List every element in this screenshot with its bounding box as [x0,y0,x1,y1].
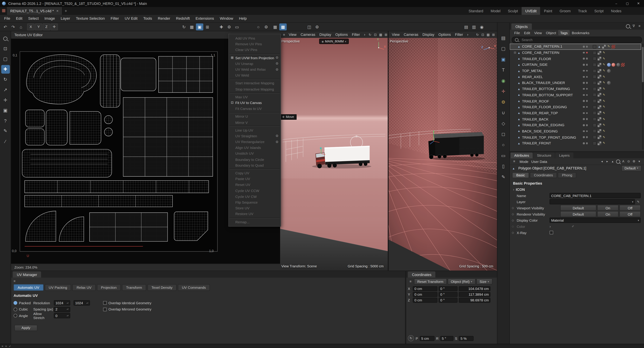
menu-item[interactable]: Reset UV [229,182,280,188]
pen-tag-icon[interactable]: ✎ [602,69,606,73]
uv-wireframe-canvas[interactable] [20,51,218,252]
viewport-menu[interactable]: Options [436,33,453,37]
attr-header-icon-forward[interactable]: ▸ [604,159,610,164]
tool-knife[interactable]: ∕ [1,137,10,145]
viewport-visibility-off-button[interactable]: Off [619,205,641,211]
uv-manager-tab-button[interactable]: UV Packing [44,284,71,291]
editor-visibility-dot[interactable] [583,118,585,120]
menu-item[interactable]: UV Weld and Relax ⚙ [229,67,280,73]
menu-item[interactable]: ⊞ Set UVW from Projection ⚙ [229,55,280,61]
object-row-trailer-back[interactable]: ▲ TRAILER_BACK ✎ [510,116,641,122]
editor-visibility-dot[interactable] [583,130,585,132]
objects-menu[interactable]: Edit [522,30,532,35]
pen-tag-icon[interactable]: ✎ [602,105,606,109]
r-input[interactable]: 5 ° [440,336,453,340]
layers-tag-icon[interactable] [593,81,596,85]
menu-item[interactable]: Stop Interactive Mapping [229,86,280,92]
manager-icon-volume[interactable]: ◻ [499,130,508,138]
menu-item[interactable] [229,217,280,219]
overlap-identical-checkbox[interactable] [103,301,107,305]
uvw-tag-icon[interactable] [598,57,601,61]
pen-tag-icon[interactable]: ✎ [602,123,606,127]
object-row-curtain-side[interactable]: ▲ CURTAIN_SIDE ✎ [510,62,641,68]
position-input[interactable]: 0 cm [413,286,438,291]
viewport-icon-frame[interactable]: ⊡ [372,32,378,37]
menu-item[interactable]: ⊡ Fit UV to Canvas [229,100,280,106]
objects-tab[interactable]: Objects [512,23,532,30]
coordinate-space-dropdown[interactable]: Object (Rel)▾ [448,278,476,285]
toolbar-icon-modeling-settings[interactable]: ⚙ [226,23,233,30]
viewport-menu[interactable]: Filter [350,33,362,37]
options-gear-icon[interactable]: ⚙ [276,68,278,71]
manager-icon-assets[interactable]: ▭ [499,151,508,159]
menu-item[interactable]: Unstitch UV [229,151,280,156]
menu-item[interactable]: Fit Canvas to UV [229,106,280,112]
objects-menu[interactable]: Tags [558,30,570,35]
render-visibility-dot[interactable] [586,82,588,84]
projection-label[interactable]: Perspective [281,39,300,43]
header-icon-menu[interactable]: ≡ [636,23,642,29]
layout-tab[interactable]: Standard [465,7,487,15]
material-tag-dark-icon[interactable] [607,81,610,85]
menu-item[interactable] [229,125,280,127]
menu-item[interactable] [229,92,280,94]
uv-manager-tab-button[interactable]: Relax UV [72,284,96,291]
viewport-icon-grid[interactable]: ▦ [486,32,491,37]
menu[interactable]: Tools [140,17,155,21]
keyframe-diamond-icon[interactable]: ◇ [512,231,516,234]
object-row-core-cab-pattern[interactable]: ⊟ ▲ CORE_CAB_PATTERN ✎ [510,50,641,56]
editor-visibility-dot[interactable] [583,46,585,48]
uv-manager-tab[interactable]: UV Manager [13,271,41,278]
uvw-tag-icon[interactable] [598,141,601,145]
tool-scale[interactable]: ↗ [1,85,10,94]
render-visibility-dot[interactable] [586,64,588,66]
toolbar-icon-rotation-settings[interactable]: ⚙ [262,23,270,30]
objects-menu[interactable]: Bookmarks [570,30,592,35]
p-input[interactable]: 5 cm [420,336,434,340]
editor-visibility-dot[interactable] [583,94,585,96]
uvw-tag-icon[interactable] [598,51,601,55]
render-visibility-dot[interactable] [586,130,588,132]
render-visibility-dot[interactable] [586,106,588,108]
editor-visibility-dot[interactable] [583,142,585,144]
attributes-tab[interactable]: Layers [556,153,574,158]
material-tag-red-icon[interactable] [612,63,615,67]
user-data-menu[interactable]: User Data [531,159,547,163]
tool-live-selection[interactable]: ⊡ [1,44,10,53]
viewport-menu[interactable]: Display [420,33,436,37]
manager-icon-layout[interactable]: ▤ [499,34,508,42]
toolbar-icon-uvw-tool-settings[interactable]: ⚙ [314,23,321,30]
object-row-trailer-floor-edging[interactable]: ▲ TRAILER_FLOOR_EDGING ✎ [510,104,641,110]
toolbar-icon-workplane[interactable]: ▭ [233,23,241,30]
attribute-subtab[interactable]: Phong [558,172,576,178]
size-input[interactable]: 98.6978 cm [459,298,490,303]
layers-tag-icon[interactable] [593,57,596,61]
render-visibility-dot[interactable] [586,136,588,138]
toolbar-icon-interactive-render[interactable]: ◉ [478,23,486,30]
render-visibility-dot[interactable] [586,100,588,102]
menu-item[interactable]: Boundary to Quad [229,162,280,168]
attribute-subtab[interactable]: Coordinates [530,172,557,178]
manager-icon-geometry[interactable]: ▣ [499,55,508,63]
position-input[interactable]: 0 cm [413,292,438,297]
render-visibility-dot[interactable] [586,94,588,96]
tool-search[interactable] [1,34,10,43]
angle-radio[interactable] [14,314,17,317]
keyframe-diamond-icon[interactable]: ◇ [512,206,516,210]
close-tab-icon[interactable]: ✕ [56,9,59,13]
viewport-menu[interactable]: Cameras [299,33,318,37]
uvw-tag-icon[interactable] [598,93,601,97]
uvw-tag-icon[interactable] [598,105,601,109]
toolbar-icon-layout-home[interactable]: ⌂ [17,23,25,30]
overlap-mirrored-checkbox[interactable] [103,307,107,311]
menu-item[interactable]: Paste UV [229,176,280,182]
manager-icon-typography[interactable]: T [499,66,508,74]
menu-item[interactable]: Line Up UV [229,127,280,133]
object-row-trailer-front[interactable]: ▲ TRAILER_FRONT ✎ [510,140,641,146]
options-gear-icon[interactable]: ⚙ [276,140,278,144]
layout-tab[interactable]: Track [574,7,590,15]
toolbar-icon-quantize-grid[interactable]: ▩ [279,23,287,30]
uvw-tag-icon[interactable] [602,45,606,49]
layout-tab[interactable]: Nodes [607,7,625,15]
uv-manager-tab-button[interactable]: UV Commands [178,284,210,291]
